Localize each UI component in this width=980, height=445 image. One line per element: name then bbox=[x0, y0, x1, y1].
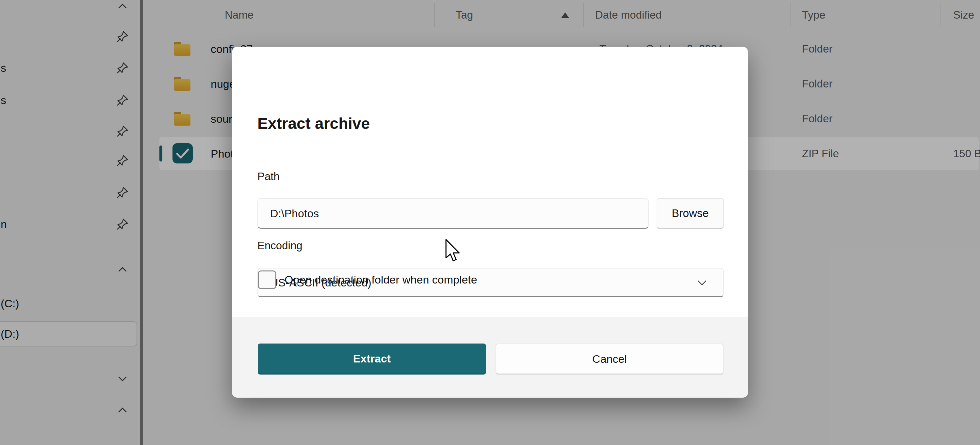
dialog-title: Extract archive bbox=[258, 114, 370, 133]
chevron-down-icon bbox=[697, 279, 708, 286]
cancel-button-label: Cancel bbox=[592, 353, 627, 366]
extract-archive-dialog: Extract archive Path D:\Photos Browse En… bbox=[232, 47, 748, 398]
path-input[interactable]: D:\Photos bbox=[258, 198, 649, 229]
path-input-value: D:\Photos bbox=[270, 207, 319, 220]
cancel-button[interactable]: Cancel bbox=[496, 344, 724, 375]
open-destination-checkbox[interactable] bbox=[258, 271, 276, 289]
mouse-cursor-icon bbox=[445, 239, 461, 262]
browse-button[interactable]: Browse bbox=[657, 198, 724, 229]
extract-button[interactable]: Extract bbox=[258, 344, 486, 375]
browse-button-label: Browse bbox=[671, 207, 708, 220]
open-destination-checkbox-label: Open destination folder when complete bbox=[285, 273, 477, 286]
path-label: Path bbox=[258, 170, 280, 183]
encoding-label: Encoding bbox=[258, 239, 302, 252]
extract-button-label: Extract bbox=[353, 352, 391, 365]
